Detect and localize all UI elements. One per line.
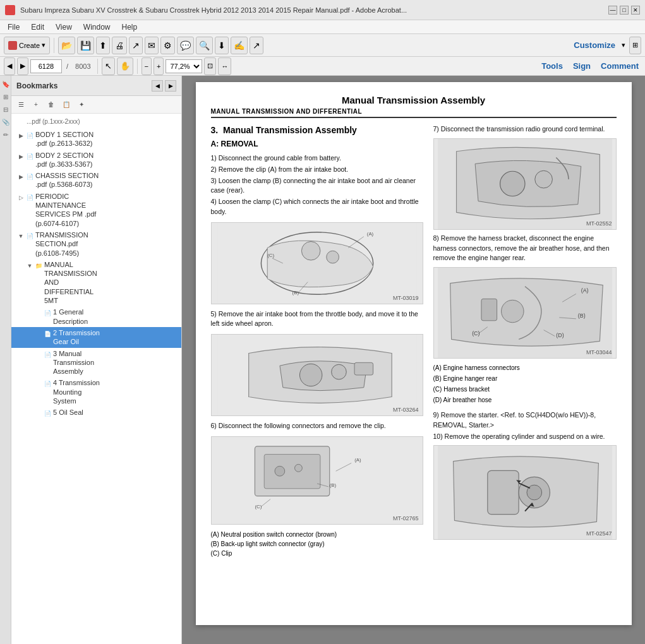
nav-toolbar: ◀ ▶ 6128 / 8003 ↖ ✋ − + 77,2% 50% 75% 10… xyxy=(0,57,645,76)
comment-link[interactable]: Comment xyxy=(598,60,641,72)
pdf-step-8: 8) Remove the harness bracket, disconnec… xyxy=(433,234,617,263)
bookmark-highlight-button[interactable]: ✦ xyxy=(75,98,88,112)
sidebar-item-general[interactable]: 📄 1 GeneralDescription xyxy=(11,306,181,327)
window-controls: — □ ✕ xyxy=(608,6,640,15)
restore-button[interactable]: □ xyxy=(620,6,629,15)
sign-tb-button[interactable]: ✍ xyxy=(231,37,248,54)
bookmark-item-truncated[interactable]: ...pdf (p.1xxx-2xxx) xyxy=(11,116,181,129)
fit-page-button[interactable]: ⊡ xyxy=(204,57,216,75)
svg-rect-30 xyxy=(487,471,518,515)
menu-view[interactable]: View xyxy=(51,21,77,33)
main-toolbar: Create ▾ 📂 💾 ⬆ 🖨 ↗ ✉ ⚙ 💬 🔍 ⬇ ✍ ↗ Customi… xyxy=(0,34,645,57)
svg-rect-13 xyxy=(264,455,320,489)
download-button[interactable]: ⬇ xyxy=(215,37,229,54)
delete-bookmark-button[interactable]: 🗑 xyxy=(44,98,58,112)
svg-point-27 xyxy=(501,300,524,323)
page-total: 8003 xyxy=(75,63,90,70)
settings-button[interactable]: ⚙ xyxy=(160,37,175,54)
sidebar-item-chassis[interactable]: ▶ 📄 CHASSIS SECTION.pdf (p.5368-6073) xyxy=(11,170,181,191)
sidebar-item-transmission[interactable]: ▼ 📄 TRANSMISSIONSECTION.pdf(p.6108-7495) xyxy=(11,229,181,259)
label-body2: BODY 2 SECTION.pdf (p.3633-5367) xyxy=(34,151,93,169)
zoom-in-button[interactable]: + xyxy=(154,57,164,75)
nav-sep xyxy=(97,59,98,74)
attachments-panel-icon[interactable]: 📎 xyxy=(1,117,10,126)
comment-tb-button[interactable]: 💬 xyxy=(177,37,194,54)
file-icon-periodic: 📄 xyxy=(25,193,34,203)
sidebar-item-periodic[interactable]: ▷ 📄 PERIODICMAINTENANCESERVICES PM .pdf(… xyxy=(11,191,181,229)
label-periodic: PERIODICMAINTENANCESERVICES PM .pdf(p.60… xyxy=(34,192,96,228)
sidebar-item-body1[interactable]: ▶ 📄 BODY 1 SECTION.pdf (p.2613-3632) xyxy=(11,129,181,150)
page-icon-oil-seal: 📄 xyxy=(43,408,52,419)
sidebar-item-manual-trans[interactable]: ▼ 📁 MANUALTRANSMISSIONANDDIFFERENTIAL5MT xyxy=(11,259,181,306)
svg-point-3 xyxy=(326,251,339,263)
pdf-image-mt02547: MT-02547 xyxy=(433,445,617,540)
back-button[interactable]: ◀ xyxy=(4,57,15,75)
bookmarks-menu-button[interactable]: ☰ xyxy=(14,98,28,112)
menu-edit[interactable]: Edit xyxy=(26,21,49,33)
svg-rect-28 xyxy=(481,299,497,321)
pdf-steps-1-4: 1) Disconnect the ground cable from batt… xyxy=(211,153,423,217)
layers-panel-icon[interactable]: ⊟ xyxy=(1,105,10,114)
sidebar-controls: ◀ ▶ xyxy=(152,80,176,92)
hand-tool[interactable]: ✋ xyxy=(117,57,133,75)
fullscreen-button[interactable]: ⊞ xyxy=(629,37,641,54)
save-button[interactable]: 💾 xyxy=(77,37,94,54)
expand-icon-transmission: ▼ xyxy=(16,231,25,241)
menu-bar: File Edit View Window Help xyxy=(0,20,645,34)
share-button[interactable]: ↗ xyxy=(250,37,263,54)
svg-text:(B): (B) xyxy=(292,290,299,295)
pdf-viewer[interactable]: Manual Transmission Assembly MANUAL TRAN… xyxy=(182,76,645,644)
expand-icon-oil-seal xyxy=(34,408,43,419)
customize-button[interactable]: Customize xyxy=(571,39,618,51)
image-label-3: MT-02765 xyxy=(393,515,419,522)
annotations-panel-icon[interactable]: ✏ xyxy=(1,130,10,139)
menu-window[interactable]: Window xyxy=(78,21,116,33)
svg-text:(D): (D) xyxy=(556,332,564,338)
sidebar-item-mounting[interactable]: 📄 4 TransmissionMountingSystem xyxy=(11,377,181,407)
zoom-select[interactable]: 77,2% 50% 75% 100% 125% 150% xyxy=(166,59,202,73)
create-button[interactable]: Create ▾ xyxy=(4,37,50,54)
create-dropdown-icon: ▾ xyxy=(42,41,45,49)
search-tb-button[interactable]: 🔍 xyxy=(196,37,213,54)
tools-link[interactable]: Tools xyxy=(539,60,565,72)
svg-point-21 xyxy=(534,170,552,188)
page-number-input[interactable]: 6128 xyxy=(30,59,62,73)
side-panel: 🔖 ⊞ ⊟ 📎 ✏ xyxy=(0,76,11,644)
close-button[interactable]: ✕ xyxy=(631,6,640,15)
new-bookmark-button[interactable]: + xyxy=(29,98,43,112)
expand-icon-chassis: ▶ xyxy=(16,172,25,182)
expand-icon-manual: ▼ xyxy=(25,261,34,271)
sidebar-item-oil-seal[interactable]: 📄 5 Oil Seal xyxy=(11,407,181,420)
menu-file[interactable]: File xyxy=(3,21,25,33)
sidebar-item-assembly[interactable]: 📄 3 ManualTransmissionAssembly xyxy=(11,348,181,378)
forward-button[interactable]: ▶ xyxy=(17,57,28,75)
print-button[interactable]: 🖨 xyxy=(112,37,127,54)
select-tool[interactable]: ↖ xyxy=(102,57,115,75)
minimize-button[interactable]: — xyxy=(608,6,617,15)
image-label-1: MT-03019 xyxy=(393,295,419,301)
pdf-image-mt03044: (A) (B) (C) (D) MT-03044 xyxy=(433,267,617,359)
upload-button[interactable]: ⬆ xyxy=(96,37,110,54)
sidebar-item-gear-oil[interactable]: 📄 2 TransmissionGear Oil xyxy=(11,327,181,348)
zoom-out-button[interactable]: − xyxy=(142,57,152,75)
bookmark-properties-button[interactable]: 📋 xyxy=(59,98,73,112)
collapse-panel-button[interactable]: ◀ xyxy=(152,80,163,92)
pdf-right-column: 7) Disconnect the transmission radio gro… xyxy=(433,124,617,561)
sign-link[interactable]: Sign xyxy=(570,60,593,72)
label-assembly: 3 ManualTransmissionAssembly xyxy=(52,349,94,376)
menu-help[interactable]: Help xyxy=(117,21,143,33)
fit-width-button[interactable]: ↔ xyxy=(218,57,231,75)
image-label-5: MT-03044 xyxy=(586,349,612,355)
email-button[interactable]: ✉ xyxy=(145,37,159,54)
pdf-image-mt03264: MT-03264 xyxy=(211,334,423,416)
expand-panel-button[interactable]: ▶ xyxy=(165,80,176,92)
pdf-subtitle: MANUAL TRANSMISSION AND DIFFERENTIAL xyxy=(211,108,617,118)
cursor-button[interactable]: ↗ xyxy=(129,37,143,54)
image-label-2: MT-03264 xyxy=(393,407,419,413)
open-button[interactable]: 📂 xyxy=(58,37,75,54)
bookmark-panel-icon[interactable]: 🔖 xyxy=(1,80,10,88)
thumbnail-panel-icon[interactable]: ⊞ xyxy=(1,92,10,101)
file-icon-body2: 📄 xyxy=(25,152,34,162)
sidebar-item-body2[interactable]: ▶ 📄 BODY 2 SECTION.pdf (p.3633-5367) xyxy=(11,150,181,170)
toolbar-right: Customize ▾ ⊞ xyxy=(571,37,641,54)
